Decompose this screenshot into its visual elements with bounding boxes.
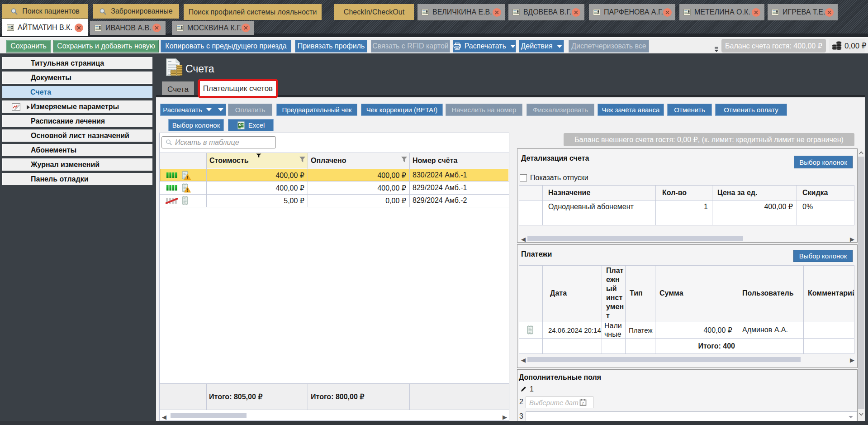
svg-text:7: 7 (582, 401, 584, 406)
